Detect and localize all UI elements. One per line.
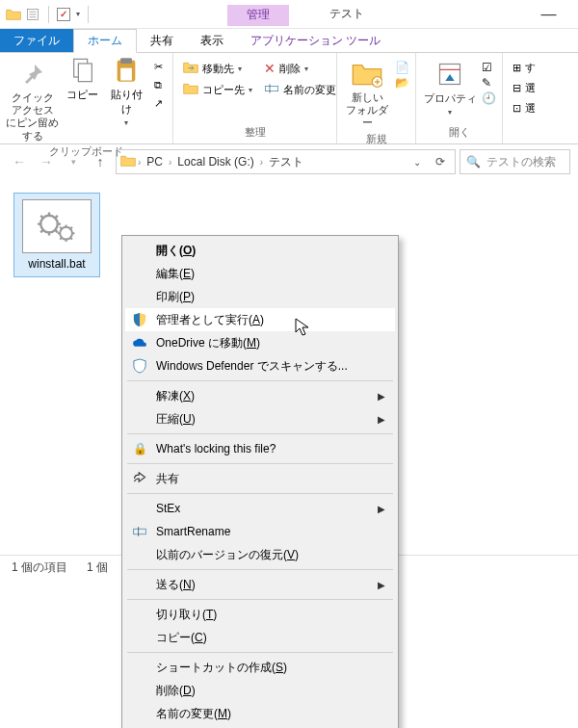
chevron-right-icon: ▶ (378, 391, 385, 402)
move-to-button[interactable]: 移動先▾ (179, 59, 256, 78)
chevron-right-icon[interactable]: › (138, 157, 141, 168)
qat-dropdown-icon[interactable]: ▾ (76, 10, 80, 18)
select-none-button[interactable]: ⊟選 (509, 79, 539, 97)
ctx-locking[interactable]: 🔒 What's locking this file? (125, 437, 395, 460)
rename-button[interactable]: 名前の変更 (260, 80, 340, 99)
button-label: 削除 (279, 62, 301, 76)
properties-button[interactable]: プロパティ ▾ (422, 57, 478, 117)
search-box[interactable]: 🔍 テストの検索 (460, 149, 570, 174)
open-icon[interactable]: ☑ (482, 61, 496, 74)
refresh-button[interactable]: ⟳ (430, 151, 451, 172)
separator (127, 463, 393, 464)
move-icon (183, 61, 198, 76)
group-label: 開く (422, 123, 496, 140)
back-button[interactable]: ← (8, 150, 31, 173)
ctx-open[interactable]: 開く(O) (125, 239, 395, 262)
breadcrumb[interactable]: PC (143, 155, 167, 169)
address-dropdown-button[interactable]: ⌄ (407, 151, 428, 172)
properties-icon (434, 59, 465, 90)
forward-button[interactable]: → (35, 150, 58, 173)
paste-icon (113, 57, 140, 86)
delete-button[interactable]: ✕ 削除▾ (260, 59, 340, 78)
separator (127, 433, 393, 434)
paste-shortcut-button[interactable]: ↗ (150, 95, 167, 112)
address-bar[interactable]: › PC › Local Disk (G:) › テスト ⌄ ⟳ (116, 149, 456, 174)
copy-to-icon (183, 82, 198, 97)
select-all-button[interactable]: ⊞す (509, 59, 539, 77)
chevron-right-icon[interactable]: › (260, 157, 263, 168)
ctx-stex[interactable]: StEx▶ (125, 497, 395, 520)
copy-path-button[interactable]: ⧉ (150, 77, 167, 93)
separator (127, 569, 393, 570)
pin-to-quickaccess-button[interactable]: クイック アクセス にピン留めする (6, 57, 59, 143)
group-label: 整理 (179, 123, 330, 140)
edit-icon[interactable]: ✎ (482, 76, 496, 90)
cut-button[interactable]: ✂ (150, 59, 167, 75)
button-label: 名前の変更 (283, 83, 336, 97)
ctx-rename[interactable]: 名前の変更(M) (125, 702, 395, 725)
button-label: クイック アクセス にピン留めする (6, 91, 59, 143)
onedrive-icon (131, 334, 148, 351)
ctx-shortcut[interactable]: ショートカットの作成(S) (125, 656, 395, 679)
chevron-right-icon[interactable]: › (169, 157, 171, 168)
window-controls: — (527, 0, 578, 28)
ctx-onedrive[interactable]: OneDrive に移動(M) (125, 331, 395, 354)
minimize-button[interactable]: — (527, 1, 570, 28)
copy-to-button[interactable]: コピー先▾ (179, 80, 256, 99)
new-item-icon[interactable]: 📄 (395, 61, 409, 74)
recent-locations-button[interactable]: ▾ (62, 150, 85, 173)
up-button[interactable]: ↑ (89, 150, 112, 173)
new-folder-icon (352, 59, 382, 90)
ctx-compress[interactable]: 圧縮(U)▶ (125, 407, 395, 430)
breadcrumb[interactable]: Local Disk (G:) (173, 155, 257, 169)
ctx-copy[interactable]: コピー(C) (125, 626, 395, 649)
svg-rect-2 (78, 64, 92, 82)
button-label: コピー先 (202, 83, 245, 97)
window-title: テスト (301, 6, 393, 22)
ctx-prev-versions[interactable]: 以前のバージョンの復元(V) (125, 543, 395, 566)
chevron-down-icon: ▾ (124, 118, 128, 127)
ctx-delete[interactable]: 削除(D) (125, 679, 395, 702)
copy-button[interactable]: コピー (63, 57, 102, 102)
ctx-edit[interactable]: 編集(E) (125, 262, 395, 285)
ctx-run-as-admin[interactable]: 管理者として実行(A) (125, 308, 395, 331)
history-icon[interactable]: 🕘 (482, 91, 496, 105)
button-label: プロパティ (424, 91, 477, 106)
path-icon: ⧉ (154, 79, 162, 91)
folder-icon (120, 154, 136, 170)
batch-file-icon (22, 199, 92, 253)
invert-selection-button[interactable]: ⊡選 (509, 99, 539, 117)
ctx-cut[interactable]: 切り取り(T) (125, 603, 395, 626)
button-label: 新しい フォルダー (343, 91, 391, 130)
ribbon-group-clipboard: クイック アクセス にピン留めする コピー 貼り付け ▾ ✂ ⧉ ↗ クリップボ… (0, 53, 173, 143)
shield-icon (131, 311, 148, 328)
copy-icon (69, 57, 96, 86)
chevron-right-icon: ▶ (378, 504, 385, 514)
scissors-icon: ✂ (154, 61, 163, 73)
tab-home[interactable]: ホーム (73, 29, 137, 53)
tab-view[interactable]: 表示 (187, 29, 237, 53)
separator (127, 493, 393, 494)
context-tab-label: 管理 (227, 5, 289, 26)
ribbon-group-open: プロパティ ▾ ☑ ✎ 🕘 開く (416, 53, 503, 143)
tab-share[interactable]: 共有 (137, 29, 187, 53)
ribbon-tabs-filler (394, 29, 578, 53)
easy-access-icon[interactable]: 📂 (395, 76, 409, 90)
rename-icon (264, 82, 279, 97)
new-folder-button[interactable]: 新しい フォルダー (343, 57, 391, 130)
ctx-print[interactable]: 印刷(P) (125, 285, 395, 308)
ctx-smartrename[interactable]: SmartRename (125, 520, 395, 543)
search-icon: 🔍 (466, 155, 481, 169)
tab-app-tools[interactable]: アプリケーション ツール (237, 29, 394, 53)
ctx-defender[interactable]: Windows Defender でスキャンする... (125, 354, 395, 377)
ctx-share[interactable]: 共有 (125, 467, 395, 490)
qat-checkbox[interactable]: ✓ (57, 8, 70, 21)
breadcrumb[interactable]: テスト (265, 154, 307, 170)
ctx-send-to[interactable]: 送る(N)▶ (125, 573, 395, 596)
ribbon-group-select: ⊞す ⊟選 ⊡選 (503, 53, 532, 143)
paste-button[interactable]: 貼り付け ▾ (107, 57, 146, 127)
svg-rect-11 (134, 529, 146, 534)
ctx-extract[interactable]: 解凍(X)▶ (125, 384, 395, 407)
tab-file[interactable]: ファイル (0, 29, 73, 53)
file-item[interactable]: winstall.bat (13, 193, 100, 277)
